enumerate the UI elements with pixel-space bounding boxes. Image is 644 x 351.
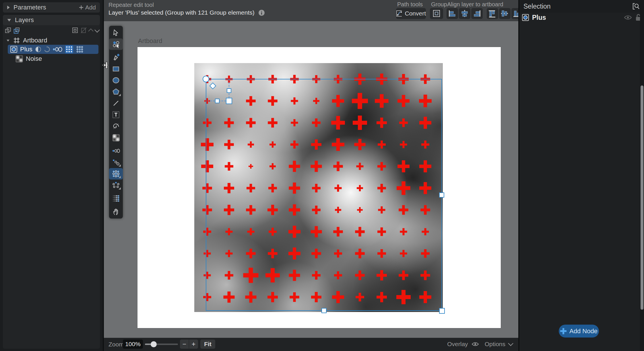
parameters-section-header[interactable]: Parameters Add — [3, 2, 100, 13]
mask-icon[interactable] — [72, 27, 79, 34]
layers-collapse-icon[interactable] — [7, 19, 11, 22]
group-label: Group — [431, 1, 447, 8]
layer-row-plus[interactable]: Plus — [8, 45, 98, 54]
text-icon — [112, 111, 120, 119]
inspect-selection-icon[interactable] — [631, 2, 640, 11]
options-label[interactable]: Options — [485, 341, 505, 348]
selection-panel-title: Selection — [523, 3, 551, 10]
repeat-area-badge-icon — [65, 45, 73, 53]
layer-label: Plus — [20, 46, 32, 53]
pen-icon — [112, 53, 120, 61]
layer-row-noise[interactable]: Noise — [3, 54, 100, 63]
fit-button[interactable]: Fit — [200, 340, 215, 349]
left-sidebar: Parameters Add Layers — [0, 0, 103, 351]
zoom-out-button[interactable]: − — [180, 340, 189, 349]
tool-options-marker — [119, 187, 121, 190]
align-top-button[interactable] — [487, 8, 498, 19]
repeat-path-tool-button[interactable] — [109, 157, 123, 168]
panel-scrollbar-thumb[interactable] — [641, 85, 643, 310]
overlay-eye-icon[interactable] — [472, 342, 479, 347]
noise-tool-icon — [112, 134, 120, 141]
parameters-collapse-icon[interactable] — [7, 6, 10, 9]
group-button[interactable] — [430, 8, 443, 19]
align-label: Align layer to artboard — [447, 1, 503, 8]
duplicate-layer-alt-icon[interactable] — [13, 27, 21, 34]
repeat-grid-tool-button[interactable] — [109, 168, 123, 180]
selected-layer-row[interactable]: Plus — [519, 13, 644, 22]
group-layer-icon — [10, 46, 18, 53]
zoom-slider-handle[interactable] — [151, 341, 157, 347]
resize-bottom-handle[interactable] — [321, 308, 327, 313]
resize-right-handle[interactable] — [439, 192, 444, 198]
apply-grid-tool-button[interactable] — [109, 193, 123, 204]
tool-options-marker — [119, 94, 121, 96]
app-window: Parameters Add Layers — [0, 0, 644, 351]
convert-path-icon — [396, 10, 402, 17]
layers-section-header[interactable]: Layers — [3, 15, 100, 25]
select-cursor-icon — [112, 29, 120, 37]
ellipse-icon — [112, 76, 120, 84]
options-chevron-icon[interactable] — [508, 341, 513, 346]
spacing-x-handle[interactable] — [215, 99, 220, 103]
canvas-bottombar: Zoom 100% − + Fit Overlay — [104, 338, 518, 351]
spacing-xy-handle[interactable] — [226, 98, 232, 104]
duplicate-layer-icon[interactable] — [5, 27, 12, 34]
layer-visibility-icon[interactable] — [624, 15, 632, 20]
repeater-edit-tool-button[interactable] — [109, 38, 123, 50]
selection-panel-header: Selection — [519, 0, 644, 13]
convert-button[interactable]: Convert — [396, 8, 426, 19]
spiral-tool-button[interactable] — [109, 120, 123, 132]
active-tool-name: Repeater edit tool — [108, 2, 154, 8]
add-parameter-button[interactable]: Add — [79, 4, 96, 11]
apply-layer-badge-icon — [76, 45, 84, 53]
panel-scrollbar-track[interactable] — [640, 0, 644, 351]
origin-handle[interactable] — [203, 76, 209, 82]
noise-layer-icon — [15, 55, 23, 63]
spacing-y-handle[interactable] — [227, 88, 231, 93]
stroke-badge-icon — [44, 46, 50, 52]
divider[interactable] — [518, 0, 519, 351]
align-left-icon — [448, 9, 457, 17]
add-node-plus-icon — [560, 328, 567, 334]
polygon-tool-button[interactable] — [109, 86, 123, 98]
line-tool-button[interactable] — [109, 98, 123, 109]
clip-icon[interactable] — [80, 27, 87, 34]
right-sidebar: Selection Plus — [519, 0, 644, 351]
zoom-in-button[interactable]: + — [189, 340, 198, 349]
tool-options-marker — [119, 164, 121, 167]
zoom-value-field[interactable]: 100% — [123, 340, 143, 349]
layers-title: Layers — [15, 16, 34, 24]
text-tool-button[interactable] — [109, 109, 123, 120]
align-center-h-button[interactable] — [459, 8, 470, 19]
repeater-edit-icon — [112, 40, 120, 48]
repeat-transform-tool-button[interactable] — [109, 145, 123, 157]
align-right-button[interactable] — [471, 8, 483, 19]
align-middle-v-button[interactable] — [499, 8, 511, 19]
artboard-expand-icon[interactable] — [7, 40, 9, 42]
ellipse-tool-button[interactable] — [109, 75, 123, 86]
selection-bounds — [206, 79, 442, 311]
divider[interactable] — [103, 0, 104, 351]
artboard-icon — [13, 37, 20, 44]
info-icon[interactable] — [259, 10, 265, 16]
zoom-slider[interactable] — [145, 344, 178, 345]
select-tool-button[interactable] — [109, 27, 123, 38]
align-center-h-icon — [460, 9, 469, 17]
zoom-label: Zoom — [108, 341, 124, 348]
add-node-button[interactable]: Add Node — [559, 325, 599, 338]
artboard-title: Artboard — [138, 37, 162, 45]
move-layer-down-icon[interactable] — [94, 27, 100, 32]
layer-row-artboard[interactable]: Artboard — [3, 36, 100, 45]
add-node-label: Add Node — [569, 327, 598, 335]
selected-layer-name: Plus — [532, 14, 546, 22]
hand-tool-button[interactable] — [109, 206, 123, 217]
repeat-radial-tool-button[interactable] — [109, 180, 123, 191]
repeat-transform-icon — [112, 147, 120, 155]
spiral-icon — [112, 122, 120, 130]
noise-tool-button[interactable] — [109, 132, 123, 143]
align-middle-v-icon — [501, 9, 509, 17]
resize-corner-handle[interactable] — [439, 308, 445, 314]
align-left-button[interactable] — [447, 8, 458, 19]
repeat-transform-badge-icon — [53, 46, 63, 52]
move-layer-up-icon[interactable] — [88, 28, 93, 34]
